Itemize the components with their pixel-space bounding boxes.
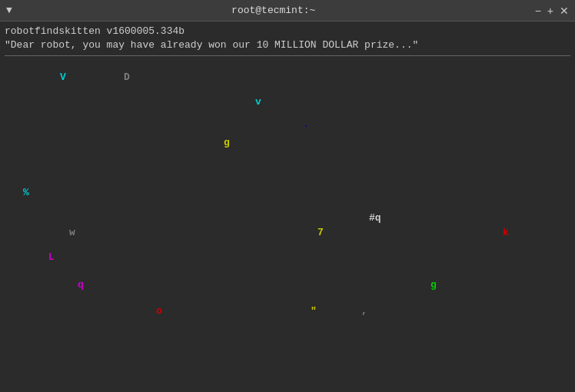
title-bar-title: root@tecmint:~ [12,5,535,16]
char-dot: · [303,121,309,132]
char-comma: , [361,305,367,317]
char-g2: g [430,279,437,291]
game-area: VDv·g%#q7wkLqgo", [5,56,570,377]
char-quote: " [311,305,317,317]
char-robot: #q [369,212,381,224]
close-button[interactable]: ✕ [560,5,569,16]
char-v-small: v [255,96,261,108]
title-bar-left: ▼ [6,5,12,16]
title-bar-controls: − + ✕ [535,5,569,16]
char-w: w [69,227,75,238]
char-L: L [48,251,55,263]
title-bar: ▼ root@tecmint:~ − + ✕ [0,0,575,22]
program-title-line: robotfindskitten v1600005.334b [5,25,570,38]
terminal: robotfindskitten v1600005.334b "Dear rob… [0,22,575,392]
char-percent: % [23,187,29,198]
char-V: V [60,71,66,83]
char-o: o [156,305,162,317]
char-k: k [503,227,509,238]
maximize-button[interactable]: + [547,5,553,16]
char-q: q [78,279,84,291]
program-tagline: "Dear robot, you may have already won ou… [5,38,570,52]
menu-icon[interactable]: ▼ [6,5,12,16]
minimize-button[interactable]: − [535,5,541,16]
char-7: 7 [317,227,324,238]
char-g1: g [224,137,230,148]
char-D: D [124,71,130,83]
